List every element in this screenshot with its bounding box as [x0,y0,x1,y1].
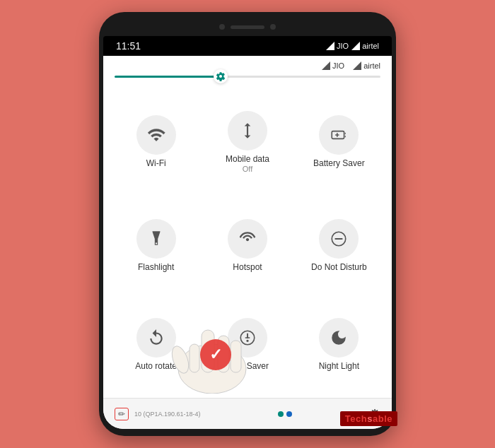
build-text: 10 (QP1A.190.61-18-4) [134,411,201,418]
phone-screen: JIO airtel [103,56,392,429]
tile-mobile-data-label: Mobile data [226,154,269,164]
tile-night-light-label: Night Light [319,361,359,371]
phone-outer: 11:51 JIO airtel [99,12,396,436]
quick-tiles-grid: Wi-Fi Mobile data Off [103,83,392,398]
top-signal2-icon [353,61,361,70]
tile-wifi-label: Wi-Fi [146,158,166,168]
svg-point-12 [247,341,248,342]
dnd-icon [330,230,348,248]
night-light-icon [330,329,348,347]
signal2-icon [351,42,360,50]
camera-area [219,19,276,35]
tile-dnd-circle [319,219,359,259]
tile-auto-rotate[interactable]: Auto rotate [112,296,200,392]
bottom-dots [278,411,292,417]
watermark-suffix: able [373,413,392,424]
status-time: 11:51 [116,40,141,52]
svg-marker-2 [322,61,330,70]
dot-teal [278,411,284,417]
top-bar: JIO airtel [103,56,392,73]
status-icons: JIO airtel [326,42,379,50]
tile-flashlight[interactable]: Flashlight [112,196,200,293]
signal-info: JIO airtel [322,61,380,70]
top-signal1: JIO [322,61,344,70]
speaker [231,25,264,29]
signal1-label: JIO [337,42,349,50]
battery-icon [330,126,348,144]
rotate-icon [147,329,165,347]
watermark: Techsable [340,411,397,426]
tile-wifi[interactable]: Wi-Fi [112,89,200,194]
edit-icon-box[interactable]: ✏ [115,408,129,420]
svg-marker-1 [351,42,360,50]
mobile-data-icon [238,122,257,140]
svg-marker-0 [326,42,334,50]
tile-flashlight-label: Flashlight [138,262,174,272]
top-signal1-label: JIO [332,61,344,70]
tile-night-light-circle [319,318,359,358]
status-bar: 11:51 JIO airtel [103,36,392,56]
tile-data-saver-label: Data Saver [226,361,269,371]
wifi-icon [147,126,165,144]
watermark-prefix: Tech [345,413,367,424]
watermark-highlight: s [367,413,373,424]
top-signal1-icon [322,61,330,70]
hotspot-icon [238,230,257,248]
brightness-thumb[interactable] [214,69,228,83]
tile-night-light[interactable]: Night Light [295,296,383,392]
bottom-left: ✏ 10 (QP1A.190.61-18-4) [115,408,201,420]
brightness-gear-icon [216,71,226,81]
tile-wifi-circle [136,115,176,155]
svg-marker-3 [353,61,361,70]
tile-dnd[interactable]: Do Not Disturb [295,196,383,293]
tile-data-saver[interactable]: Data Saver [203,296,291,392]
tile-hotspot-label: Hotspot [233,262,262,272]
tile-data-saver-circle [228,318,267,358]
signal2-label: airtel [362,42,379,50]
tile-dnd-label: Do Not Disturb [311,262,367,272]
tile-mobile-data[interactable]: Mobile data Off [203,89,291,194]
tile-flashlight-circle [136,219,176,259]
tile-auto-rotate-label: Auto rotate [135,361,177,371]
tile-battery-saver[interactable]: Battery Saver [295,89,383,194]
camera-dot-2 [270,24,276,30]
tile-hotspot-circle [228,219,267,259]
flashlight-icon [147,230,165,248]
tile-mobile-data-circle [228,111,267,151]
tile-hotspot[interactable]: Hotspot [203,196,291,293]
tile-battery-saver-label: Battery Saver [313,158,365,168]
signal1-icon [326,42,334,50]
tile-battery-saver-circle [319,115,359,155]
tile-mobile-data-sublabel: Off [243,165,252,173]
top-signal2: airtel [353,61,380,70]
data-saver-icon [238,329,257,347]
top-signal2-label: airtel [363,61,380,70]
edit-icon[interactable]: ✏ [118,409,125,419]
signal2-item: airtel [351,42,379,50]
brightness-row[interactable] [103,73,392,83]
dot-blue [286,411,292,417]
camera-dot [219,24,225,30]
signal1-item: JIO [326,42,349,50]
brightness-slider[interactable] [115,76,380,78]
tile-auto-rotate-circle [136,318,176,358]
